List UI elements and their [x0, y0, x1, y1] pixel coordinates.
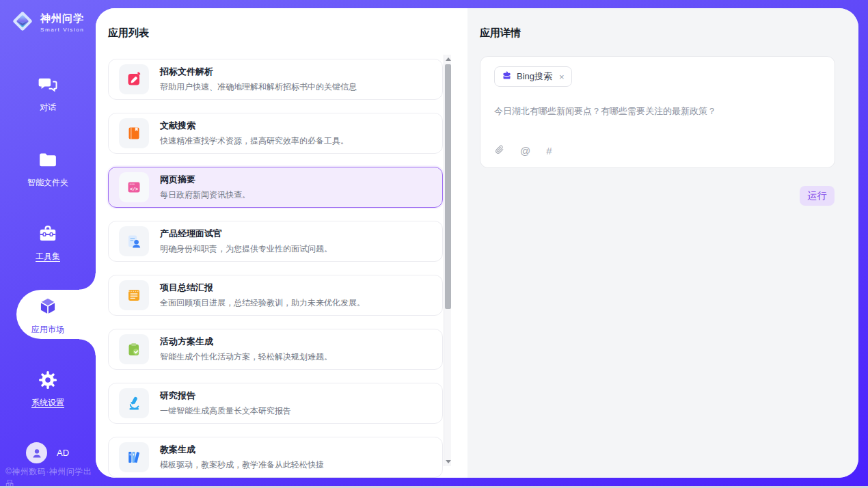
app-name: 文献搜索 [160, 120, 349, 132]
active-tab-curve-bottom [79, 339, 96, 355]
interviewer-icon [119, 226, 149, 256]
app-description: 每日政府新闻资讯快查。 [160, 189, 250, 201]
app-list-panel: 应用列表 招标文件解析 帮助用户快速、准确地理解和解析招标书中的关键信息 [96, 8, 467, 478]
app-description: 帮助用户快速、准确地理解和解析招标书中的关键信息 [160, 81, 357, 93]
svg-text:</>: </> [130, 187, 138, 192]
sidebar-item-smart-folders[interactable]: 智能文件夹 [0, 146, 96, 191]
sidebar-item-settings[interactable]: 系统设置 [0, 366, 96, 411]
hash-icon[interactable]: # [546, 145, 552, 157]
scrollbar-thumb[interactable] [445, 64, 451, 309]
tool-chip-bing-search[interactable]: Bing搜索 × [494, 66, 572, 87]
gear-icon [38, 370, 58, 393]
books-icon [119, 442, 149, 472]
brand-tagline: Smart Vision [40, 27, 84, 33]
toolbox-icon [38, 223, 58, 247]
app-card-list: 招标文件解析 帮助用户快速、准确地理解和解析招标书中的关键信息 文献搜索 快速精… [108, 59, 443, 478]
sidebar-item-chat[interactable]: 对话 [0, 71, 96, 116]
app-name: 项目总结汇报 [160, 282, 365, 294]
query-input-area[interactable]: Bing搜索 × 今日湖北有哪些新闻要点？有哪些需要关注的最新政策？ @ # [480, 56, 835, 168]
logo-diamond-icon [10, 8, 36, 37]
app-card-tender-parse[interactable]: 招标文件解析 帮助用户快速、准确地理解和解析招标书中的关键信息 [108, 59, 443, 100]
sidebar: 神州问学 Smart Vision 对话 智能文件夹 [0, 0, 96, 486]
app-card-pm-interviewer[interactable]: 产品经理面试官 明确身份和职责，为您提供专业性的面试问题。 [108, 221, 443, 262]
book-icon [119, 118, 149, 148]
sidebar-item-label: 工具集 [36, 251, 60, 262]
sidebar-item-label: 对话 [40, 102, 56, 113]
attachment-toolbar: @ # [494, 144, 552, 158]
app-description: 快速精准查找学术资源，提高研究效率的必备工具。 [160, 135, 349, 147]
app-name: 教案生成 [160, 444, 324, 456]
chip-close-icon[interactable]: × [559, 72, 565, 82]
app-name: 产品经理面试官 [160, 228, 332, 240]
microscope-icon [119, 388, 149, 418]
app-card-research-report[interactable]: 研究报告 一键智能生成高质量长文本研究报告 [108, 383, 443, 424]
main-content: 应用列表 招标文件解析 帮助用户快速、准确地理解和解析招标书中的关键信息 [96, 8, 858, 478]
sidebar-item-toolset[interactable]: 工具集 [0, 220, 96, 265]
app-detail-panel: 应用详情 Bing搜索 × 今日湖北有哪些新闻要点？有哪些需要关注的最新政策？ [467, 8, 858, 478]
note-icon [119, 280, 149, 310]
user-account[interactable]: AD [26, 442, 69, 463]
tool-chip-label: Bing搜索 [517, 70, 552, 83]
active-tab-curve-top [79, 273, 96, 290]
mention-at-icon[interactable]: @ [520, 145, 530, 157]
app-name: 招标文件解析 [160, 66, 357, 78]
sidebar-item-label: 系统设置 [31, 397, 64, 409]
paperclip-icon[interactable] [494, 144, 504, 158]
chat-icon [38, 74, 58, 98]
avatar [26, 442, 47, 463]
app-list-title: 应用列表 [108, 27, 149, 40]
app-description: 智能生成个性化活动方案，轻松解决规划难题。 [160, 351, 332, 363]
app-card-literature-search[interactable]: 文献搜索 快速精准查找学术资源，提高研究效率的必备工具。 [108, 113, 443, 154]
app-card-web-summary[interactable]: </> 网页摘要 每日政府新闻资讯快查。 [108, 167, 443, 208]
briefcase-icon [502, 70, 512, 83]
app-name: 活动方案生成 [160, 336, 332, 348]
app-card-activity-plan[interactable]: 活动方案生成 智能生成个性化活动方案，轻松解决规划难题。 [108, 329, 443, 370]
app-description: 明确身份和职责，为您提供专业性的面试问题。 [160, 243, 332, 255]
app-description: 模板驱动，教案秒成，教学准备从此轻松快捷 [160, 459, 324, 471]
sidebar-item-label: 智能文件夹 [27, 177, 68, 189]
app-name: 研究报告 [160, 390, 291, 402]
clipboard-check-icon [119, 334, 149, 364]
scrollbar-down-arrow-icon[interactable] [444, 457, 452, 466]
document-edit-icon [119, 64, 149, 94]
sidebar-item-label: 应用市场 [31, 324, 64, 336]
brand-name: 神州问学 [40, 12, 84, 25]
app-name: 网页摘要 [160, 174, 250, 186]
app-card-lesson-plan[interactable]: 教案生成 模板驱动，教案秒成，教学准备从此轻松快捷 [108, 437, 443, 478]
user-initials: AD [57, 448, 69, 458]
cube-icon [37, 295, 59, 320]
folder-icon [38, 150, 58, 173]
list-scrollbar[interactable] [444, 55, 451, 466]
app-description: 一键智能生成高质量长文本研究报告 [160, 405, 291, 417]
sidebar-item-app-market[interactable]: 应用市场 [0, 293, 96, 338]
app-detail-title: 应用详情 [480, 27, 521, 40]
app-card-project-summary[interactable]: 项目总结汇报 全面回顾项目进展，总结经验教训，助力未来优化发展。 [108, 275, 443, 316]
scrollbar-up-arrow-icon[interactable] [444, 55, 452, 64]
run-button[interactable]: 运行 [800, 186, 835, 206]
app-logo: 神州问学 Smart Vision [10, 8, 84, 37]
query-text[interactable]: 今日湖北有哪些新闻要点？有哪些需要关注的最新政策？ [494, 105, 822, 118]
copyright-text: ©神州数码·神州问学出品 [5, 466, 96, 488]
browser-code-icon: </> [119, 172, 149, 202]
app-description: 全面回顾项目进展，总结经验教训，助力未来优化发展。 [160, 297, 365, 309]
